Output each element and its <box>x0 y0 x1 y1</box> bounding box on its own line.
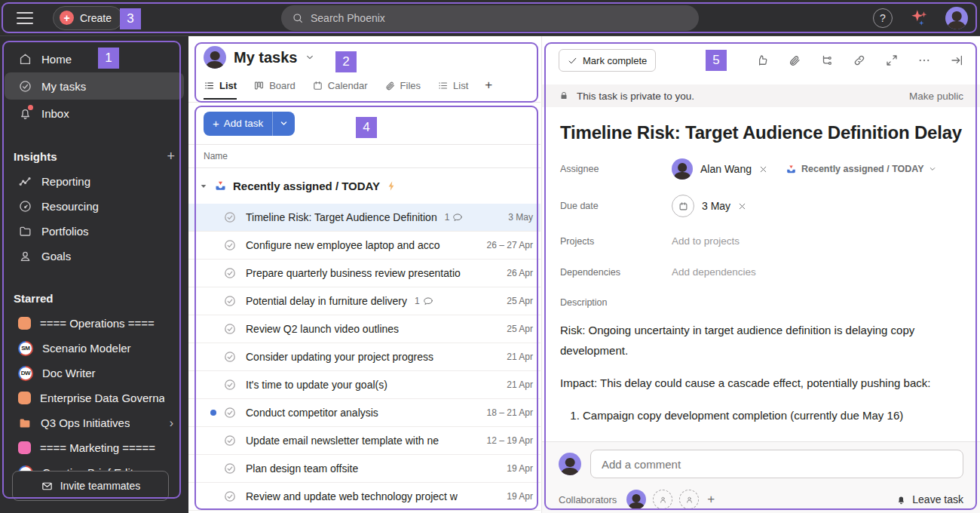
attach-icon[interactable] <box>788 54 801 67</box>
ai-sparkles-icon[interactable] <box>909 8 929 28</box>
comment-footer: Collaborators + Leave task <box>542 441 980 513</box>
sidebar-item-label: Enterprise Data Governa... <box>40 392 164 404</box>
check-circle-icon[interactable] <box>223 434 237 447</box>
section-header-recently-assigned[interactable]: Recently assigned / TODAY <box>188 168 541 204</box>
collapse-panel-icon[interactable] <box>950 54 963 67</box>
expand-icon[interactable] <box>885 54 899 67</box>
link-icon[interactable] <box>853 54 866 67</box>
due-date: 26 Apr <box>507 268 533 278</box>
caret-down-icon[interactable] <box>199 182 208 191</box>
check-circle-icon[interactable] <box>223 490 237 503</box>
sidebar-item-label: ==== Operations ==== <box>40 317 155 330</box>
search-input[interactable]: Search Phoenix <box>281 5 699 31</box>
list-icon <box>437 80 449 91</box>
make-public-button[interactable]: Make public <box>909 91 963 102</box>
remove-due-date-icon[interactable] <box>738 202 746 210</box>
projects-label: Projects <box>560 236 672 247</box>
privacy-text: This task is private to you. <box>577 91 694 102</box>
add-to-projects-button[interactable]: Add to projects <box>672 235 740 247</box>
tab-list[interactable]: List <box>204 80 237 100</box>
help-button[interactable]: ? <box>873 8 893 28</box>
tab-list-2[interactable]: List <box>437 80 468 100</box>
like-icon[interactable] <box>755 54 769 67</box>
subtask-icon[interactable] <box>820 54 834 67</box>
check-circle-icon[interactable] <box>223 322 237 336</box>
due-date-value[interactable]: 3 May <box>702 200 730 212</box>
sidebar-item-operations[interactable]: ==== Operations ==== <box>5 311 184 336</box>
task-detail-panel: Mark complete This task is private to yo… <box>541 36 980 513</box>
task-row[interactable]: Plan design team offsite 19 Apr <box>188 455 541 483</box>
invite-teammates-button[interactable]: Invite teammates <box>12 471 169 501</box>
leave-task-button[interactable]: Leave task <box>896 493 963 505</box>
chevron-right-icon[interactable]: › <box>170 416 173 430</box>
envelope-icon <box>41 480 54 493</box>
sidebar-item-goals[interactable]: Goals <box>5 244 184 269</box>
add-insight-button[interactable]: + <box>167 149 175 164</box>
task-row[interactable]: Timeline Risk: Target Audience Definitio… <box>188 204 541 232</box>
collaborator-avatar[interactable] <box>626 490 646 509</box>
task-section-dropdown[interactable]: Recently assigned / TODAY <box>786 164 936 175</box>
task-row[interactable]: Potential delay in furniture delivery 1 … <box>188 287 541 315</box>
sidebar-item-reporting[interactable]: Reporting <box>5 169 184 194</box>
sidebar-item-label: Doc Writer <box>42 367 96 379</box>
tab-calendar[interactable]: Calendar <box>312 80 368 100</box>
sidebar-item-portfolios[interactable]: Portfolios <box>5 219 184 244</box>
check-circle-icon[interactable] <box>223 294 237 308</box>
sidebar-item-inbox[interactable]: Inbox <box>5 100 184 127</box>
assignee-name[interactable]: Alan Wang <box>700 163 752 175</box>
mark-complete-button[interactable]: Mark complete <box>559 49 656 72</box>
sidebar-item-my-tasks[interactable]: My tasks <box>5 72 184 100</box>
task-row[interactable]: It's time to update your goal(s) 21 Apr <box>188 371 541 399</box>
sidebar-item-label: Reporting <box>41 175 90 188</box>
task-rows: Timeline Risk: Target Audience Definitio… <box>188 204 541 511</box>
user-avatar[interactable] <box>945 7 968 29</box>
remove-assignee-icon[interactable] <box>759 165 767 174</box>
task-row[interactable]: Consider updating your project progress … <box>188 343 541 371</box>
add-dependencies-button[interactable]: Add dependencies <box>672 266 756 278</box>
sidebar-item-resourcing[interactable]: Resourcing <box>5 194 184 219</box>
add-collaborator-slot[interactable] <box>679 490 699 509</box>
check-circle-icon[interactable] <box>223 210 237 224</box>
due-date: 19 Apr <box>507 491 533 502</box>
sidebar-item-label: Home <box>41 53 72 66</box>
sidebar-item-scenario-modeler[interactable]: SM Scenario Modeler <box>5 336 184 361</box>
tab-files[interactable]: Files <box>384 80 421 100</box>
add-tab-button[interactable]: + <box>485 78 492 101</box>
gauge-icon <box>18 199 32 213</box>
due-date: 3 May <box>508 212 533 223</box>
add-collaborator-button[interactable]: + <box>707 492 715 507</box>
check-circle-icon[interactable] <box>223 350 237 364</box>
sidebar-item-label: Q3 Ops Initiatives <box>41 416 130 429</box>
task-row[interactable]: Prepare quarterly business review presen… <box>188 260 541 287</box>
task-row[interactable]: Configure new employee laptop and acco 2… <box>188 232 541 260</box>
more-options-icon[interactable] <box>917 54 931 67</box>
chevron-down-icon[interactable] <box>305 53 314 62</box>
project-color-square <box>18 317 31 330</box>
sidebar-item-doc-writer[interactable]: DW Doc Writer <box>5 361 184 386</box>
check-circle-icon[interactable] <box>223 378 237 392</box>
assignee-avatar[interactable] <box>672 158 693 180</box>
task-title[interactable]: Timeline Risk: Target Audience Definitio… <box>560 122 962 143</box>
add-task-dropdown[interactable] <box>272 112 295 136</box>
comment-input[interactable] <box>590 450 963 478</box>
hamburger-menu-icon[interactable] <box>17 12 33 24</box>
task-row[interactable]: Conduct competitor analysis 18 – 21 Apr <box>188 399 541 427</box>
task-row[interactable]: Update email newsletter template with ne… <box>188 427 541 455</box>
description-text[interactable]: Risk: Ongoing uncertainty in target audi… <box>560 320 962 425</box>
column-header-name: Name <box>188 145 541 168</box>
create-button[interactable]: + Create <box>53 6 123 30</box>
calendar-circle-icon[interactable] <box>672 195 694 217</box>
check-circle-icon[interactable] <box>223 406 237 419</box>
check-circle-icon[interactable] <box>223 266 237 280</box>
sidebar-item-home[interactable]: Home <box>5 45 184 72</box>
check-circle-icon[interactable] <box>223 238 237 252</box>
sidebar-item-marketing[interactable]: ==== Marketing ===== <box>5 435 184 460</box>
add-task-button[interactable]: + Add task <box>204 112 295 136</box>
sidebar-item-q3-ops[interactable]: Q3 Ops Initiatives › <box>5 410 184 435</box>
task-row[interactable]: Review Q2 launch video outlines 25 Apr <box>188 315 541 343</box>
tab-board[interactable]: Board <box>253 80 296 100</box>
sidebar-item-enterprise-data[interactable]: Enterprise Data Governa... <box>5 386 184 410</box>
add-collaborator-slot[interactable] <box>653 490 672 509</box>
task-row[interactable]: Review and update web technology project… <box>188 483 541 511</box>
check-circle-icon[interactable] <box>223 462 237 475</box>
